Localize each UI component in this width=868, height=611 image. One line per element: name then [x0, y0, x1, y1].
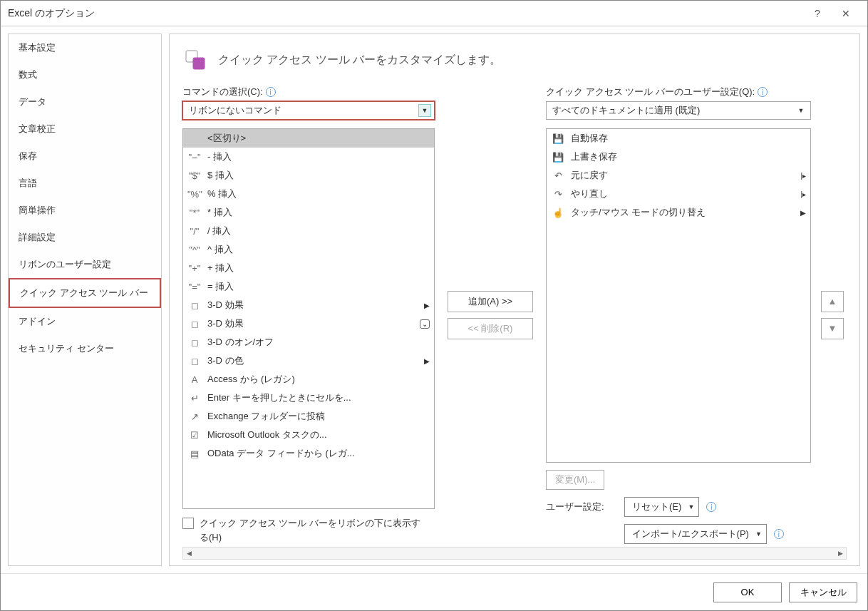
list-item[interactable]: 💾自動保存 — [547, 129, 810, 148]
command-label: * 挿入 — [207, 206, 430, 219]
command-label: 3-D 効果 — [207, 299, 418, 312]
scroll-left-icon: ◀ — [183, 550, 195, 557]
list-item[interactable]: "+"+ 挿入 — [183, 259, 434, 277]
list-item[interactable]: ↷やり直し|▸ — [547, 185, 810, 203]
list-item[interactable]: ◻3-D 効果⌄ — [183, 314, 434, 333]
list-item[interactable]: AAccess から (レガシ) — [183, 370, 434, 389]
chevron-down-icon: ▼ — [755, 530, 762, 538]
touch-icon: ☝ — [551, 207, 565, 218]
customize-qat-icon — [182, 47, 208, 73]
command-icon: ◻ — [187, 319, 202, 329]
help-button[interactable]: ? — [803, 8, 832, 19]
import-export-dropdown[interactable]: インポート/エクスポート(P) ▼ — [624, 524, 767, 544]
panel-header: クイック アクセス ツール バーをカスタマイズします。 — [182, 47, 847, 73]
list-item[interactable]: ◻3-D の色▶ — [183, 351, 434, 370]
sidebar-item[interactable]: 数式 — [9, 61, 161, 88]
current-qat-list[interactable]: 💾自動保存💾上書き保存↶元に戻す|▸↷やり直し|▸☝タッチ/マウス モードの切り… — [546, 128, 811, 463]
dialog-footer: OK キャンセル — [1, 573, 867, 610]
window-title: Excel のオプション — [8, 7, 803, 20]
sidebar-item[interactable]: 言語 — [9, 170, 161, 197]
reorder-column: ▲ ▼ — [818, 86, 847, 544]
command-label: 自動保存 — [571, 132, 806, 145]
command-icon: "‒" — [187, 152, 202, 163]
info-icon[interactable]: i — [706, 502, 716, 512]
list-item[interactable]: "$"$ 挿入 — [183, 166, 434, 185]
add-remove-column: 追加(A) >> << 削除(R) — [442, 86, 539, 544]
list-item[interactable]: ↵Enter キーを押したときにセルを... — [183, 389, 434, 407]
sidebar-item[interactable]: リボンのユーザー設定 — [9, 251, 161, 278]
list-item[interactable]: "‒"- 挿入 — [183, 148, 434, 166]
list-item[interactable]: ↶元に戻す|▸ — [547, 166, 810, 185]
list-item[interactable]: "/"/ 挿入 — [183, 222, 434, 240]
scroll-right-icon: ▶ — [835, 550, 846, 557]
sidebar-item[interactable]: 簡単操作 — [9, 197, 161, 224]
list-item[interactable]: "*"* 挿入 — [183, 203, 434, 222]
sidebar-item[interactable]: アドイン — [9, 308, 161, 335]
command-label: タッチ/マウス モードの切り替え — [571, 206, 795, 219]
sidebar-item[interactable]: 基本設定 — [9, 34, 161, 61]
command-icon: ◻ — [187, 356, 202, 366]
customize-qat-label: クイック アクセス ツール バーのユーザー設定(Q): i — [546, 86, 811, 98]
cancel-button[interactable]: キャンセル — [789, 582, 857, 602]
available-commands-list[interactable]: <区切り>"‒"- 挿入"$"$ 挿入"%"% 挿入"*"* 挿入"/"/ 挿入… — [182, 128, 435, 509]
chevron-down-icon: ▼ — [795, 104, 807, 117]
reset-dropdown[interactable]: リセット(E) ▼ — [624, 497, 699, 517]
command-label: <区切り> — [207, 132, 430, 145]
list-item[interactable]: ↗Exchange フォルダーに投稿 — [183, 407, 434, 426]
command-icon: ↵ — [187, 393, 202, 404]
horizontal-scrollbar[interactable]: ◀ ▶ — [182, 547, 847, 560]
customizations-label: ユーザー設定: — [546, 500, 617, 513]
columns: コマンドの選択(C): i リボンにないコマンド ▼ <区切り>"‒"- 挿入"… — [182, 86, 847, 544]
sidebar-item[interactable]: 文章校正 — [9, 115, 161, 143]
command-label: - 挿入 — [207, 150, 430, 163]
list-item[interactable]: ☑Microsoft Outlook タスクの... — [183, 426, 434, 444]
sidebar-item[interactable]: 詳細設定 — [9, 224, 161, 251]
show-below-ribbon-checkbox[interactable]: クイック アクセス ツール バーをリボンの下に表示する(H) — [182, 516, 425, 544]
sidebar-item[interactable]: 保存 — [9, 143, 161, 170]
chevron-down-icon: ▼ — [418, 104, 431, 117]
modify-button[interactable]: 変更(M)... — [546, 470, 604, 490]
list-item[interactable]: <区切り> — [183, 129, 434, 148]
add-button[interactable]: 追加(A) >> — [448, 291, 533, 312]
remove-button[interactable]: << 削除(R) — [448, 318, 533, 339]
move-up-button[interactable]: ▲ — [821, 291, 844, 312]
command-icon: A — [187, 374, 202, 385]
info-icon[interactable]: i — [758, 87, 768, 97]
list-item[interactable]: ◻3-D 効果▶ — [183, 296, 434, 314]
ok-button[interactable]: OK — [713, 582, 782, 602]
command-icon: "+" — [187, 263, 202, 274]
command-label: Exchange フォルダーに投稿 — [207, 410, 430, 423]
sidebar-item[interactable]: セキュリティ センター — [9, 335, 161, 362]
list-item[interactable]: "%"% 挿入 — [183, 185, 434, 203]
list-item[interactable]: ◻3-D のオン/オフ — [183, 333, 434, 351]
command-icon: "/" — [187, 226, 202, 237]
info-icon[interactable]: i — [774, 529, 784, 539]
submenu-indicator-icon: ▶ — [800, 209, 806, 217]
command-icon: "*" — [187, 207, 202, 218]
command-icon: ◻ — [187, 300, 202, 311]
move-down-button[interactable]: ▼ — [821, 318, 844, 339]
list-item[interactable]: 💾上書き保存 — [547, 148, 810, 166]
qat-column: クイック アクセス ツール バーのユーザー設定(Q): i すべてのドキュメント… — [546, 86, 811, 544]
list-item[interactable]: "^"^ 挿入 — [183, 240, 434, 259]
command-icon: "=" — [187, 282, 202, 292]
choose-commands-dropdown[interactable]: リボンにないコマンド ▼ — [182, 101, 435, 120]
command-label: = 挿入 — [207, 280, 430, 293]
sidebar-item[interactable]: クイック アクセス ツール バー — [9, 278, 161, 308]
split-indicator-icon: |▸ — [800, 172, 806, 180]
list-item[interactable]: "="= 挿入 — [183, 277, 434, 296]
info-icon[interactable]: i — [266, 87, 276, 97]
command-label: + 挿入 — [207, 262, 430, 274]
list-item[interactable]: ☝タッチ/マウス モードの切り替え▶ — [547, 203, 810, 222]
command-icon: ▤ — [187, 448, 202, 459]
list-item[interactable]: ▤OData データ フィードから (レガ... — [183, 444, 434, 463]
command-icon: "%" — [187, 189, 202, 200]
apply-to-dropdown[interactable]: すべてのドキュメントに適用 (既定) ▼ — [546, 101, 811, 120]
close-button[interactable]: ✕ — [832, 8, 860, 19]
command-label: % 挿入 — [207, 188, 430, 200]
command-icon: ◻ — [187, 337, 202, 348]
main-panel: クイック アクセス ツール バーをカスタマイズします。 コマンドの選択(C): … — [169, 34, 860, 566]
content-area: 基本設定数式データ文章校正保存言語簡単操作詳細設定リボンのユーザー設定クイック … — [1, 26, 867, 573]
sidebar-item[interactable]: データ — [9, 88, 161, 115]
command-label: 3-D の色 — [207, 354, 418, 367]
